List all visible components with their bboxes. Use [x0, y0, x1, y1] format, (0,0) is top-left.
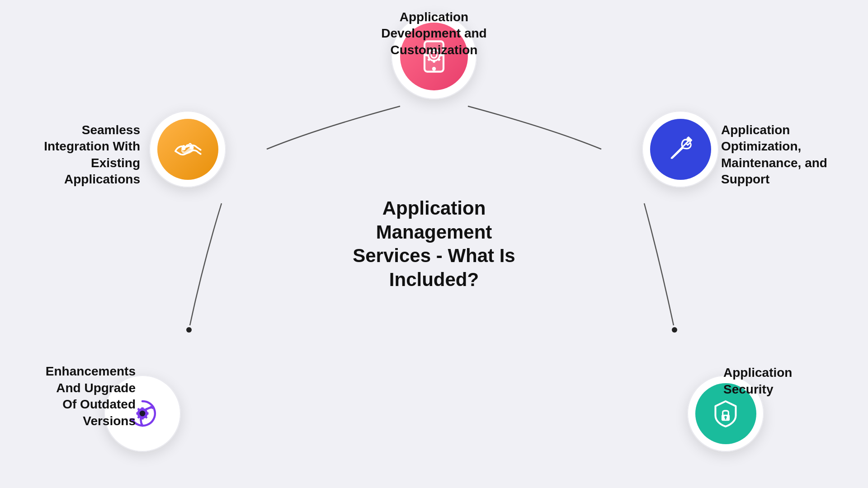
label-security: ApplicationSecurity	[723, 365, 823, 398]
label-app-dev: ApplicationDevelopment andCustomization	[357, 9, 511, 58]
circle-outer-seamless	[149, 111, 226, 188]
center-title-text: Application Management Services - What I…	[348, 197, 520, 291]
label-seamless: SeamlessIntegration WithExistingApplicat…	[14, 122, 140, 188]
svg-rect-25	[137, 412, 139, 414]
svg-point-1	[672, 327, 677, 333]
label-enhancements: EnhancementsAnd UpgradeOf OutdatedVersio…	[9, 363, 136, 429]
svg-rect-24	[141, 418, 143, 420]
handshake-icon	[171, 133, 204, 165]
circle-outer-optimization	[642, 111, 719, 188]
center-title: Application Management Services - What I…	[348, 197, 520, 291]
svg-point-0	[186, 327, 192, 333]
node-optimization	[642, 111, 719, 188]
diagram-container: ApplicationDevelopment andCustomization …	[0, 0, 868, 488]
svg-rect-8	[433, 60, 435, 62]
svg-rect-26	[146, 412, 149, 414]
svg-rect-23	[141, 408, 143, 410]
tools-icon	[664, 133, 697, 165]
shield-lock-icon	[709, 397, 742, 430]
circle-inner-optimization	[650, 119, 711, 180]
svg-point-22	[140, 411, 146, 417]
circle-inner-seamless	[157, 119, 218, 180]
node-seamless	[149, 111, 226, 188]
svg-rect-33	[725, 418, 726, 420]
svg-point-4	[432, 67, 436, 70]
label-optimization: ApplicationOptimization,Maintenance, and…	[721, 122, 857, 188]
